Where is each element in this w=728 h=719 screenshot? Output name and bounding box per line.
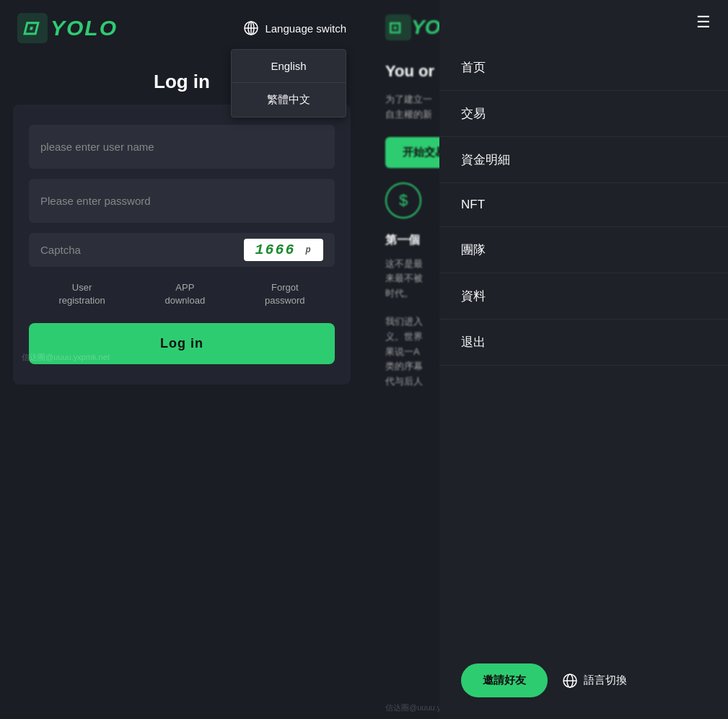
login-button[interactable]: Log in — [29, 323, 335, 364]
user-registration-link[interactable]: User registration — [58, 281, 105, 307]
menu-globe-icon — [562, 673, 578, 689]
menu-lang-switch-label: 語言切換 — [584, 674, 627, 687]
logo-icon: ⊡ — [17, 13, 48, 43]
lang-option-english[interactable]: English — [232, 50, 346, 83]
hamburger-icon[interactable]: ☰ — [696, 13, 711, 32]
invite-friends-button[interactable]: 邀請好友 — [461, 663, 548, 697]
menu-item-logout[interactable]: 退出 — [439, 319, 728, 366]
menu-item-profile[interactable]: 資料 — [439, 273, 728, 319]
menu-footer: 邀請好友 語言切換 — [439, 649, 728, 719]
menu-items: 首页 交易 資金明細 NFT 團隊 資料 退出 — [439, 45, 728, 649]
login-card: Captcha 1666 p User registration APP dow… — [13, 105, 351, 384]
right-logo-icon: ⊡ — [385, 14, 411, 40]
dollar-icon: $ — [385, 182, 421, 219]
left-header: ⊡ YOLO Language switch — [0, 0, 364, 56]
captcha-image[interactable]: 1666 p — [244, 239, 323, 261]
forgot-password-link[interactable]: Forgot password — [265, 281, 305, 307]
username-input[interactable] — [29, 125, 335, 169]
menu-item-team[interactable]: 團隊 — [439, 227, 728, 273]
menu-item-home[interactable]: 首页 — [439, 45, 728, 91]
links-row: User registration APP download Forgot pa… — [29, 281, 335, 307]
menu-item-funds[interactable]: 資金明細 — [439, 137, 728, 183]
captcha-label: Captcha — [40, 244, 235, 256]
lang-option-chinese[interactable]: 繁體中文 — [232, 83, 346, 117]
right-panel: ⊡ YO You or 为了建立一 自主權的新 开始交易 $ 第一個 这不是最 … — [364, 0, 728, 719]
password-input[interactable] — [29, 179, 335, 223]
language-dropdown: English 繁體中文 — [231, 49, 346, 118]
logo: ⊡ YOLO — [17, 13, 118, 43]
svg-text:⊡: ⊡ — [388, 19, 401, 37]
language-switch-button[interactable]: Language switch — [243, 20, 346, 36]
menu-language-switch-button[interactable]: 語言切換 — [562, 673, 627, 689]
side-menu: ☰ 首页 交易 資金明細 NFT 團隊 資料 退出 邀請好友 語言切換 — [439, 0, 728, 719]
menu-item-trade[interactable]: 交易 — [439, 91, 728, 137]
captcha-row: Captcha 1666 p — [29, 233, 335, 267]
logo-text: YOLO — [51, 16, 118, 40]
right-logo-text: YO — [411, 16, 440, 39]
language-switch-label: Language switch — [265, 22, 346, 35]
menu-item-nft[interactable]: NFT — [439, 183, 728, 227]
menu-header: ☰ — [439, 0, 728, 45]
svg-text:⊡: ⊡ — [22, 17, 40, 39]
left-panel: ⊡ YOLO Language switch English 繁體中文 Log … — [0, 0, 364, 719]
globe-icon — [243, 20, 259, 36]
app-download-link[interactable]: APP download — [165, 281, 206, 307]
